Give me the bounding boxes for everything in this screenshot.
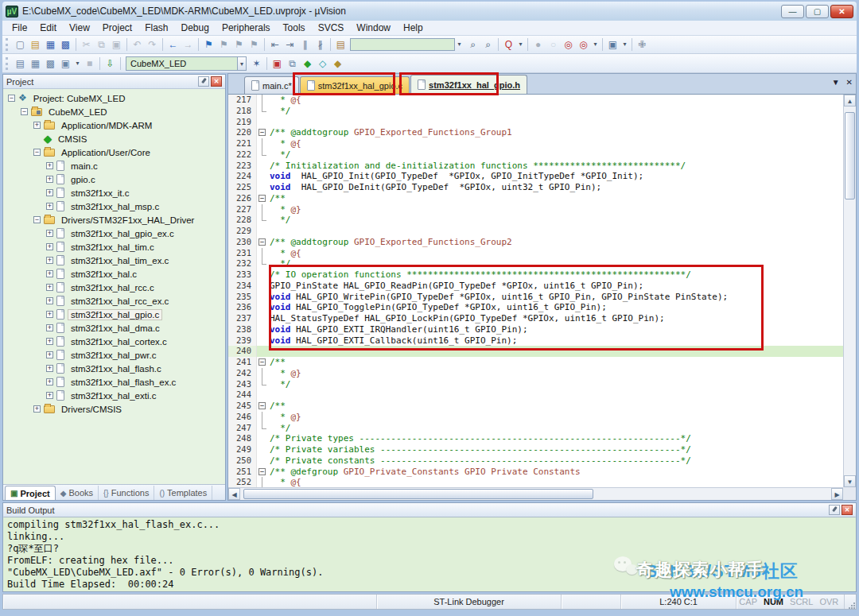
tab-stm32f1xx-hal-gpio-h[interactable]: stm32f1xx_hal_gpio.h xyxy=(410,75,527,94)
scroll-down-icon[interactable]: ▼ xyxy=(844,475,856,487)
fold-collapse-icon[interactable] xyxy=(258,129,266,136)
tree-item-drivers-cmsis[interactable]: +Drivers/CMSIS xyxy=(3,402,225,416)
batch-build-dropdown-icon[interactable]: ▾ xyxy=(73,56,82,71)
code-line-229[interactable]: 229 xyxy=(228,226,843,237)
fold-collapse-icon[interactable] xyxy=(258,195,266,202)
code-line-248[interactable]: 248/* Private types --------------------… xyxy=(228,433,843,444)
menu-svcs[interactable]: SVCS xyxy=(312,21,351,34)
close-button[interactable]: ✕ xyxy=(830,5,853,18)
code-line-217[interactable]: 217 * @{ xyxy=(228,95,843,106)
vertical-scroll-thumb[interactable] xyxy=(845,112,855,200)
fold-collapse-icon[interactable] xyxy=(258,358,266,366)
bookmark-prev-icon[interactable]: ⚑ xyxy=(216,37,231,52)
menu-peripherals[interactable]: Peripherals xyxy=(216,21,277,34)
code-line-218[interactable]: 218 */ xyxy=(228,106,843,117)
bookmark-toggle-icon[interactable]: ⚑ xyxy=(201,37,216,52)
tree-item-stm32f1xx-hal-rcc-ex-c[interactable]: +stm32f1xx_hal_rcc_ex.c xyxy=(3,294,225,308)
manage-run-time-environment-icon[interactable]: ◆ xyxy=(300,56,315,71)
debug-marker-gray-icon[interactable]: ● xyxy=(531,37,546,52)
tree-expander-icon[interactable]: + xyxy=(46,176,53,183)
tree-item-stm32f1xx-hal-c[interactable]: +stm32f1xx_hal.c xyxy=(3,267,225,281)
code-editor[interactable]: 217 * @{218 */219220/** @addtogroup GPIO… xyxy=(228,95,843,487)
tree-expander-icon[interactable]: + xyxy=(46,338,53,345)
vertical-scrollbar[interactable]: ▲ ▼ xyxy=(843,95,856,487)
search-input[interactable] xyxy=(350,38,455,51)
build-close-icon[interactable]: ✕ xyxy=(842,505,853,515)
tree-expander-icon[interactable]: + xyxy=(46,257,53,264)
menu-view[interactable]: View xyxy=(63,21,96,34)
download-load-icon[interactable]: ⇩ xyxy=(103,56,118,71)
bookmark-clear-all-icon[interactable]: ⚑ xyxy=(247,37,262,52)
tree-expander-icon[interactable]: − xyxy=(33,149,41,156)
unindent-icon[interactable]: ⇤ xyxy=(267,37,282,52)
tree-expander-icon[interactable]: + xyxy=(46,203,53,210)
window-layout-dropdown-icon[interactable]: ▾ xyxy=(620,37,629,52)
code-line-222[interactable]: 222 */ xyxy=(228,149,843,161)
tree-item-stm32f1xx-hal-cortex-c[interactable]: +stm32f1xx_hal_cortex.c xyxy=(3,335,225,348)
tree-item-main-c[interactable]: +main.c xyxy=(3,159,225,172)
menu-project[interactable]: Project xyxy=(96,21,138,34)
comment-selection-icon[interactable]: ∥ xyxy=(297,37,313,52)
tree-expander-icon[interactable]: + xyxy=(46,311,53,318)
tree-expander-icon[interactable]: + xyxy=(46,230,53,237)
menu-tools[interactable]: Tools xyxy=(277,21,312,34)
minimize-button[interactable]: — xyxy=(781,5,804,18)
fold-collapse-icon[interactable] xyxy=(258,468,266,475)
code-line-251[interactable]: 251/** @defgroup GPIO_Private_Constants … xyxy=(228,467,843,478)
code-search-dropdown-icon[interactable]: ▾ xyxy=(516,37,525,52)
horizontal-scrollbar[interactable]: ◀ ▶ xyxy=(228,487,843,500)
tree-expander-icon[interactable]: + xyxy=(46,284,53,291)
new-file-icon[interactable]: ▢ xyxy=(13,37,28,52)
code-line-233[interactable]: 233/* IO operation functions ***********… xyxy=(228,269,843,281)
find-icon[interactable]: ⌕ xyxy=(480,37,496,52)
save-all-icon[interactable]: ▩ xyxy=(58,37,73,52)
tree-expander-icon[interactable]: + xyxy=(46,392,53,399)
books-icon-icon[interactable]: ◆ xyxy=(330,56,345,71)
code-line-223[interactable]: 223/* Initialization and de-initializati… xyxy=(228,161,843,172)
tree-expander-icon[interactable]: + xyxy=(46,324,53,331)
code-line-249[interactable]: 249/* Private variables ----------------… xyxy=(228,444,843,455)
code-line-225[interactable]: 225void HAL_GPIO_DeInit(GPIO_TypeDef *GP… xyxy=(228,182,843,193)
pack-installer-icon[interactable]: ◇ xyxy=(315,56,330,71)
code-line-238[interactable]: 238void HAL_GPIO_EXTI_IRQHandler(uint16_… xyxy=(228,324,843,335)
tree-item-stm32f1xx-hal-flash-c[interactable]: +stm32f1xx_hal_flash.c xyxy=(3,362,225,375)
tree-item-stm32f1xx-hal-pwr-c[interactable]: +stm32f1xx_hal_pwr.c xyxy=(3,348,225,362)
batch-build-icon[interactable]: ▣ xyxy=(58,56,73,71)
tree-item-stm32f1xx-hal-rcc-c[interactable]: +stm32f1xx_hal_rcc.c xyxy=(3,281,225,294)
scroll-right-icon[interactable]: ▶ xyxy=(831,488,843,500)
build-pin-icon[interactable] xyxy=(829,505,840,515)
bookmark-next-icon[interactable]: ⚑ xyxy=(231,37,247,52)
code-line-236[interactable]: 236void HAL_GPIO_TogglePin(GPIO_TypeDef … xyxy=(228,302,843,313)
tree-item-stm32f1xx-it-c[interactable]: +stm32f1xx_it.c xyxy=(3,186,225,200)
code-line-243[interactable]: 243 */ xyxy=(228,379,843,390)
tree-item-stm32f1xx-hal-msp-c[interactable]: +stm32f1xx_hal_msp.c xyxy=(3,200,225,213)
code-line-241[interactable]: 241/** xyxy=(228,357,843,368)
scroll-left-icon[interactable]: ◀ xyxy=(228,488,240,500)
code-line-244[interactable]: 244 xyxy=(228,389,843,401)
breakpoint-kill-icon[interactable]: ◎ xyxy=(576,37,591,52)
restore-button[interactable]: ▢ xyxy=(806,5,829,18)
tree-expander-icon[interactable]: + xyxy=(46,270,53,277)
menu-edit[interactable]: Edit xyxy=(33,21,63,34)
target-select[interactable]: CubeMX_LED▾ xyxy=(126,56,247,71)
code-line-232[interactable]: 232 */ xyxy=(228,258,843,269)
code-line-230[interactable]: 230/** @addtogroup GPIO_Exported_Functio… xyxy=(228,237,843,248)
panel-tab-templates[interactable]: ()Templates xyxy=(154,486,212,500)
tree-expander-icon[interactable]: + xyxy=(46,189,53,196)
tree-expander-icon[interactable]: + xyxy=(46,351,53,358)
tree-expander-icon[interactable]: + xyxy=(33,122,41,129)
tree-expander-icon[interactable]: − xyxy=(8,95,15,102)
menu-window[interactable]: Window xyxy=(350,21,397,34)
tree-item-stm32f1xx-hal-tim-c[interactable]: +stm32f1xx_hal_tim.c xyxy=(3,240,225,254)
tree-expander-icon[interactable]: − xyxy=(21,108,28,115)
rebuild-icon[interactable]: ▩ xyxy=(43,56,58,71)
code-line-227[interactable]: 227 * @} xyxy=(228,204,843,215)
scroll-up-icon[interactable]: ▲ xyxy=(844,95,856,107)
code-line-239[interactable]: 239void HAL_GPIO_EXTI_Callback(uint16_t … xyxy=(228,335,843,347)
tree-item-project-cubemx-led[interactable]: −❖Project: CubeMX_LED xyxy=(3,91,225,105)
tree-item-stm32f1xx-hal-dma-c[interactable]: +stm32f1xx_hal_dma.c xyxy=(3,321,225,335)
code-line-237[interactable]: 237HAL_StatusTypeDef HAL_GPIO_LockPin(GP… xyxy=(228,313,843,324)
code-line-245[interactable]: 245/** xyxy=(228,401,843,412)
breakpoint-kill-dropdown-icon[interactable]: ▾ xyxy=(591,37,600,52)
tree-item-application-mdk-arm[interactable]: +Application/MDK-ARM xyxy=(3,118,225,132)
